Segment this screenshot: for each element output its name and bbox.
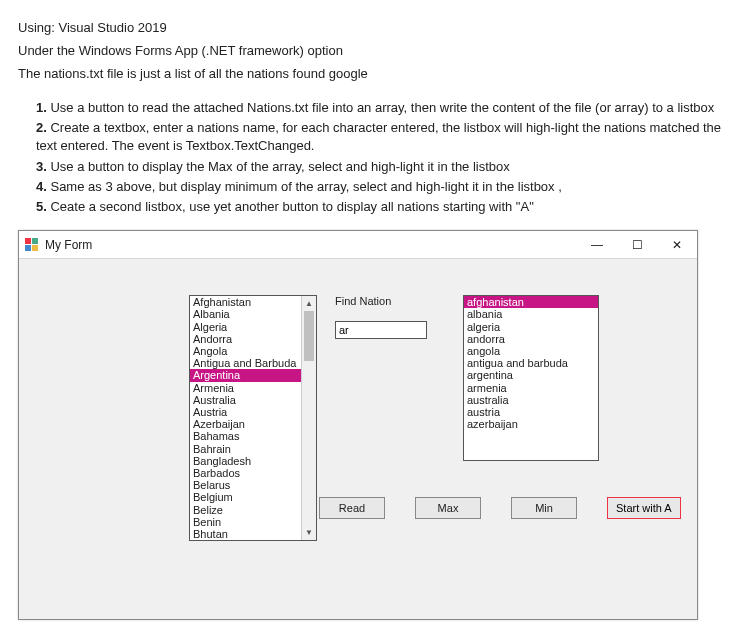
list-item[interactable]: afghanistan <box>464 296 598 308</box>
close-button[interactable]: ✕ <box>657 231 697 259</box>
intro-line-3: The nations.txt file is just a list of a… <box>18 66 725 81</box>
intro-line-1: Using: Visual Studio 2019 <box>18 20 725 35</box>
list-item[interactable]: Angola <box>190 345 316 357</box>
step-5: 5. Ceate a second listbox, use yet anoth… <box>36 198 725 216</box>
list-item[interactable]: Benin <box>190 516 316 528</box>
list-item[interactable]: azerbaijan <box>464 418 598 430</box>
find-nation-input[interactable] <box>335 321 427 339</box>
window-title: My Form <box>45 238 92 252</box>
maximize-button[interactable]: ☐ <box>617 231 657 259</box>
list-item[interactable]: Belarus <box>190 479 316 491</box>
list-item[interactable]: albania <box>464 308 598 320</box>
list-item[interactable]: Afghanistan <box>190 296 316 308</box>
list-item[interactable]: Andorra <box>190 333 316 345</box>
client-area: AfghanistanAlbaniaAlgeriaAndorraAngolaAn… <box>19 259 697 619</box>
results-listbox[interactable]: afghanistanalbaniaalgeriaandorraangolaan… <box>463 295 599 461</box>
button-row: Read Max Min Start with A <box>319 497 681 519</box>
list-item[interactable]: Armenia <box>190 382 316 394</box>
titlebar[interactable]: My Form — ☐ ✕ <box>19 231 697 259</box>
list-item[interactable]: australia <box>464 394 598 406</box>
list-item[interactable]: Bahamas <box>190 430 316 442</box>
scroll-down-icon[interactable]: ▼ <box>302 525 316 540</box>
list-item[interactable]: Albania <box>190 308 316 320</box>
step-2: 2. Create a textbox, enter a nations nam… <box>36 119 725 155</box>
list-item[interactable]: Barbados <box>190 467 316 479</box>
list-item[interactable]: Bahrain <box>190 443 316 455</box>
minimize-button[interactable]: — <box>577 231 617 259</box>
nations-listbox[interactable]: AfghanistanAlbaniaAlgeriaAndorraAngolaAn… <box>189 295 317 541</box>
start-with-a-button[interactable]: Start with A <box>607 497 681 519</box>
find-panel: Find Nation <box>335 295 445 339</box>
scroll-thumb[interactable] <box>304 311 314 361</box>
scrollbar[interactable]: ▲ ▼ <box>301 296 316 540</box>
max-button[interactable]: Max <box>415 497 481 519</box>
list-item[interactable]: Algeria <box>190 321 316 333</box>
list-item[interactable]: antigua and barbuda <box>464 357 598 369</box>
list-item[interactable]: andorra <box>464 333 598 345</box>
step-3: 3. Use a button to display the Max of th… <box>36 158 725 176</box>
list-item[interactable]: Belgium <box>190 491 316 503</box>
list-item[interactable]: armenia <box>464 382 598 394</box>
find-nation-label: Find Nation <box>335 295 445 307</box>
scroll-up-icon[interactable]: ▲ <box>302 296 316 311</box>
app-icon <box>25 238 39 252</box>
step-1: 1. Use a button to read the attached Nat… <box>36 99 725 117</box>
list-item[interactable]: austria <box>464 406 598 418</box>
list-item[interactable]: Australia <box>190 394 316 406</box>
list-item[interactable]: argentina <box>464 369 598 381</box>
list-item[interactable]: Austria <box>190 406 316 418</box>
step-4: 4. Same as 3 above, but display minimum … <box>36 178 725 196</box>
app-window: My Form — ☐ ✕ AfghanistanAlbaniaAlgeriaA… <box>18 230 698 620</box>
min-button[interactable]: Min <box>511 497 577 519</box>
list-item[interactable]: Azerbaijan <box>190 418 316 430</box>
list-item[interactable]: Antigua and Barbuda <box>190 357 316 369</box>
list-item[interactable]: angola <box>464 345 598 357</box>
intro-line-2: Under the Windows Forms App (.NET framew… <box>18 43 725 58</box>
read-button[interactable]: Read <box>319 497 385 519</box>
list-item[interactable]: Belize <box>190 504 316 516</box>
instructions-list: 1. Use a button to read the attached Nat… <box>36 99 725 216</box>
list-item[interactable]: Argentina <box>190 369 316 381</box>
list-item[interactable]: Bangladesh <box>190 455 316 467</box>
list-item[interactable]: algeria <box>464 321 598 333</box>
list-item[interactable]: Bhutan <box>190 528 316 540</box>
